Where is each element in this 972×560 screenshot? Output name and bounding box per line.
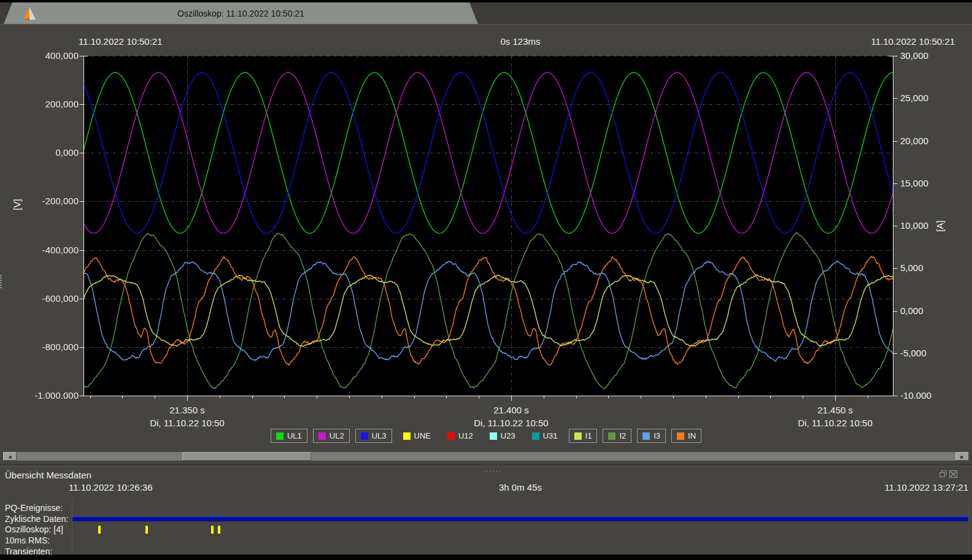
scroll-left-button[interactable]: ◄ bbox=[3, 452, 17, 461]
legend-swatch-icon bbox=[276, 432, 284, 440]
overview-end-time: 11.10.2022 13:27:21 bbox=[884, 482, 968, 493]
osc-canvas[interactable] bbox=[77, 51, 900, 404]
left-axis-tick-label: -400,000 bbox=[5, 245, 79, 255]
x-tick-time: 21.450 s bbox=[780, 404, 890, 416]
bottom-black-strip bbox=[0, 554, 972, 560]
right-axis-tick-label: 5,000 bbox=[900, 263, 924, 273]
legend-swatch-icon bbox=[318, 432, 326, 440]
legend-label: U31 bbox=[543, 431, 558, 440]
right-axis-tick-label: 20,000 bbox=[900, 136, 928, 146]
scroll-right-button[interactable]: ► bbox=[955, 452, 969, 461]
legend-item-U12[interactable]: U12 bbox=[442, 429, 479, 443]
legend-item-UL2[interactable]: UL2 bbox=[313, 429, 350, 443]
legend-label: UL2 bbox=[330, 431, 344, 440]
legend-swatch-icon bbox=[608, 432, 615, 440]
right-axis-tick-label: 30,000 bbox=[900, 50, 928, 61]
oscilloscope-event-mark[interactable] bbox=[145, 526, 148, 534]
legend-label: UNE bbox=[414, 431, 431, 440]
oscilloscope-window: Oszilloskop: 11.10.2022 10:50:21 11.10.2… bbox=[0, 0, 972, 560]
right-axis-tick-label: 0,000 bbox=[900, 305, 924, 316]
x-tick-date: Di, 11.10.22 10:50 bbox=[780, 416, 890, 429]
overview-duration: 3h 0m 45s bbox=[499, 482, 542, 493]
legend-label: IN bbox=[688, 431, 696, 440]
legend-label: I3 bbox=[654, 431, 660, 440]
left-axis-tick-label: -600,000 bbox=[5, 293, 79, 304]
scroll-left-icon: ◄ bbox=[7, 454, 13, 460]
right-axis-tick-label: 25,000 bbox=[900, 93, 928, 103]
overview-window-controls bbox=[939, 469, 957, 480]
left-axis-tick-label: -200,000 bbox=[5, 196, 79, 206]
x-axis-tick-label: 21.350 sDi, 11.10.22 10:50 bbox=[132, 404, 242, 429]
legend-label: UL3 bbox=[372, 431, 387, 440]
legend-item-U23[interactable]: U23 bbox=[484, 429, 521, 443]
legend-item-I1[interactable]: I1 bbox=[569, 429, 598, 443]
legend-label: U12 bbox=[458, 431, 473, 440]
restore-icon[interactable] bbox=[939, 469, 947, 480]
cyclic-data-bar[interactable] bbox=[72, 516, 969, 521]
legend-swatch-icon bbox=[490, 432, 497, 440]
osc-window-duration: 0s 123ms bbox=[500, 36, 540, 47]
overview-row-label: Zyklische Daten: bbox=[5, 513, 68, 524]
overview-timeline-divider bbox=[968, 498, 969, 554]
oscilloscope-event-mark[interactable] bbox=[98, 526, 101, 534]
legend-swatch-icon bbox=[532, 432, 539, 440]
horizontal-scrollbar[interactable]: ◄ ► bbox=[2, 451, 970, 461]
legend-label: UL1 bbox=[287, 431, 302, 440]
x-axis-tick-label: 21.400 sDi, 11.10.22 10:50 bbox=[456, 404, 566, 429]
legend-item-I3[interactable]: I3 bbox=[637, 429, 666, 443]
legend-swatch-icon bbox=[574, 432, 582, 440]
legend-item-UNE[interactable]: UNE bbox=[398, 429, 436, 443]
right-axis-tick-label: -10.000 bbox=[900, 390, 932, 401]
tab-title: Oszilloskop: 11.10.2022 10:50:21 bbox=[177, 9, 304, 18]
x-tick-time: 21.350 s bbox=[132, 404, 242, 416]
legend-swatch-icon bbox=[361, 432, 368, 440]
left-axis-tick-label: 400,000 bbox=[5, 50, 79, 61]
app-logo-icon bbox=[21, 6, 37, 24]
scrollbar-track[interactable] bbox=[17, 452, 955, 461]
tab-bar: Oszilloskop: 11.10.2022 10:50:21 bbox=[0, 2, 972, 25]
oscilloscope-event-mark[interactable] bbox=[211, 526, 214, 534]
legend-swatch-icon bbox=[642, 432, 650, 440]
overview-row-label: Oszilloskop: [4] bbox=[5, 524, 63, 535]
legend-item-I2[interactable]: I2 bbox=[603, 429, 631, 443]
legend-swatch-icon bbox=[677, 432, 684, 440]
splitter-grip[interactable]: ······ bbox=[482, 466, 502, 475]
legend-item-IN[interactable]: IN bbox=[671, 429, 701, 443]
scroll-right-icon: ► bbox=[960, 454, 965, 460]
osc-end-time: 11.10.2022 10:50:21 bbox=[871, 36, 955, 47]
overview-title: Übersicht Messdaten bbox=[5, 470, 91, 480]
scrollbar-thumb[interactable] bbox=[182, 452, 311, 461]
right-axis-tick-label: 15,000 bbox=[900, 178, 928, 188]
left-edge-grip[interactable] bbox=[0, 275, 2, 288]
right-axis-tick-label: 10,000 bbox=[900, 220, 928, 231]
overview-row-label: 10ms RMS: bbox=[5, 535, 50, 546]
overview-rows: PQ-Ereignisse:Zyklische Daten:Oszillosko… bbox=[0, 502, 972, 557]
legend-label: I1 bbox=[585, 431, 592, 440]
legend-item-UL3[interactable]: UL3 bbox=[355, 429, 392, 443]
legend-swatch-icon bbox=[447, 432, 455, 440]
right-axis-unit: [A] bbox=[935, 220, 945, 231]
oscilloscope-event-mark[interactable] bbox=[218, 526, 220, 534]
close-icon[interactable] bbox=[949, 469, 957, 480]
overview-timeline-divider bbox=[72, 498, 72, 554]
overview-row-label: PQ-Ereignisse: bbox=[5, 502, 63, 513]
overview-start-time: 11.10.2022 10:26:36 bbox=[69, 482, 153, 493]
x-tick-date: Di, 11.10.22 10:50 bbox=[456, 416, 566, 429]
legend-label: I2 bbox=[619, 431, 626, 440]
legend-item-UL1[interactable]: UL1 bbox=[271, 429, 307, 443]
x-axis-tick-label: 21.450 sDi, 11.10.22 10:50 bbox=[780, 404, 890, 429]
x-tick-date: Di, 11.10.22 10:50 bbox=[132, 416, 242, 429]
osc-time-header: 11.10.2022 10:50:21 0s 123ms 11.10.2022 … bbox=[0, 36, 972, 47]
left-axis-tick-label: 0,000 bbox=[5, 147, 79, 158]
left-axis-tick-label: -800,000 bbox=[5, 342, 79, 352]
legend-label: U23 bbox=[501, 431, 515, 440]
legend: UL1UL2UL3UNEU12U23U31I1I2I3IN bbox=[0, 429, 972, 443]
legend-item-U31[interactable]: U31 bbox=[526, 429, 563, 443]
left-axis-tick-label: 200,000 bbox=[5, 99, 79, 109]
oscilloscope-tab[interactable]: Oszilloskop: 11.10.2022 10:50:21 bbox=[4, 2, 478, 24]
osc-start-time: 11.10.2022 10:50:21 bbox=[79, 36, 163, 47]
right-axis-tick-label: -5,000 bbox=[900, 348, 927, 358]
left-axis-tick-label: -1.000.000 bbox=[5, 390, 79, 401]
x-tick-time: 21.400 s bbox=[456, 404, 566, 416]
legend-swatch-icon bbox=[403, 432, 411, 440]
